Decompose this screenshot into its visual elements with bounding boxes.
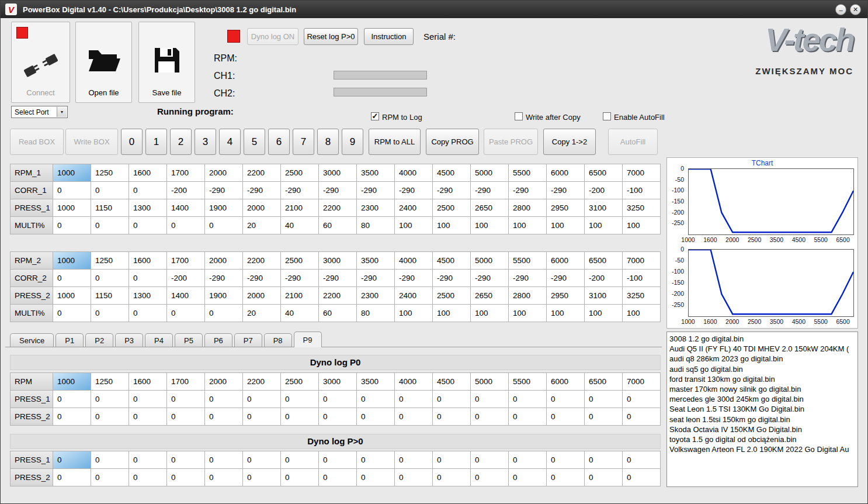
table-cell[interactable]: 0 [394, 390, 433, 408]
table-cell[interactable]: -290 [356, 269, 395, 287]
table-cell[interactable]: -290 [432, 269, 471, 287]
table-cell[interactable]: -200 [166, 181, 205, 199]
table-cell[interactable]: -290 [356, 181, 395, 199]
table-cell[interactable]: -290 [242, 181, 281, 199]
tab-p4[interactable]: P4 [145, 333, 173, 347]
table-cell[interactable]: 0 [584, 468, 623, 486]
table-cell[interactable]: 0 [508, 390, 547, 408]
table-cell[interactable]: 100 [470, 216, 509, 234]
table-cell[interactable]: 2200 [318, 286, 357, 305]
table-cell[interactable]: 100 [432, 304, 471, 322]
tab-p2[interactable]: P2 [85, 333, 113, 347]
table-cell[interactable]: 1300 [129, 199, 167, 217]
table-cell[interactable]: 0 [166, 304, 205, 322]
table-cell[interactable]: 1000 [53, 286, 91, 305]
reset-log-button[interactable]: Reset log P>0 [304, 28, 358, 45]
table-cell[interactable]: 0 [470, 408, 509, 426]
table-cell[interactable]: 0 [91, 451, 129, 469]
table-cell[interactable]: 6500 [584, 251, 623, 270]
table-cell[interactable]: -100 [622, 181, 661, 199]
table-cell[interactable]: -290 [318, 181, 357, 199]
close-icon[interactable]: ✕ [850, 4, 861, 15]
write-after-copy-checkbox[interactable] [515, 112, 523, 120]
table-cell[interactable]: 5000 [470, 251, 509, 270]
table-cell[interactable]: 1250 [91, 372, 129, 391]
table-cell[interactable]: 20 [242, 216, 281, 234]
table-cell[interactable]: 0 [242, 468, 281, 486]
table-cell[interactable]: 1400 [166, 199, 205, 217]
table-cell[interactable]: 0 [166, 451, 205, 469]
table-cell[interactable]: 0 [356, 451, 395, 469]
table-cell[interactable]: 2000 [204, 251, 243, 270]
table-cell[interactable]: -290 [204, 269, 243, 287]
table-cell[interactable]: 1600 [129, 251, 167, 270]
table-cell[interactable]: 0 [470, 451, 509, 469]
file-list-item[interactable]: 3008 1.2 go digital.bin [669, 334, 857, 344]
table-cell[interactable]: 0 [394, 451, 433, 469]
table-cell[interactable]: 100 [394, 304, 433, 322]
table-cell[interactable]: -290 [394, 181, 433, 199]
connect-button[interactable]: Connect [11, 22, 70, 103]
table-cell[interactable]: 0 [129, 269, 167, 287]
table-cell[interactable]: 0 [53, 181, 91, 199]
table-cell[interactable]: 0 [166, 390, 205, 408]
table-cell[interactable]: 4000 [394, 164, 433, 182]
table-cell[interactable]: 2950 [546, 199, 585, 217]
digit-button-4[interactable]: 4 [219, 129, 241, 155]
table-cell[interactable]: 5500 [508, 164, 547, 182]
table-cell[interactable]: 3500 [356, 251, 395, 270]
file-list-item[interactable]: audi q8 286km 2023 go digital.bin [669, 354, 857, 364]
digit-button-2[interactable]: 2 [170, 129, 192, 155]
table-cell[interactable]: 0 [53, 390, 91, 408]
table-cell[interactable]: 0 [53, 468, 91, 486]
file-list[interactable]: 3008 1.2 go digital.binAudi Q5 II (FY FL… [666, 332, 858, 487]
digit-button-6[interactable]: 6 [268, 129, 290, 155]
table-cell[interactable]: 0 [508, 468, 547, 486]
table-cell[interactable]: -200 [584, 181, 623, 199]
table-cell[interactable]: 2950 [546, 286, 585, 305]
table-cell[interactable]: 5500 [508, 251, 547, 270]
table-cell[interactable]: 0 [584, 451, 623, 469]
table-cell[interactable]: -290 [470, 181, 509, 199]
table-cell[interactable]: 4500 [432, 372, 471, 391]
file-list-item[interactable]: ford transit 130km go digital.bin [669, 374, 857, 384]
table-cell[interactable]: 2000 [242, 199, 281, 217]
table-cell[interactable]: 6000 [546, 164, 585, 182]
table-cell[interactable]: 2400 [394, 286, 433, 305]
table-cell[interactable]: 2650 [470, 199, 509, 217]
table-cell[interactable]: 0 [53, 408, 91, 426]
table-cell[interactable]: 20 [242, 304, 281, 322]
tab-p9[interactable]: P9 [294, 332, 322, 347]
table-cell[interactable]: -290 [432, 181, 471, 199]
table-cell[interactable]: 0 [204, 408, 243, 426]
table-cell[interactable]: 3000 [318, 164, 357, 182]
table-cell[interactable]: 0 [91, 216, 129, 234]
digit-button-5[interactable]: 5 [244, 129, 265, 155]
tab-p8[interactable]: P8 [264, 333, 292, 347]
table-cell[interactable]: 2000 [242, 286, 281, 305]
table-cell[interactable]: -290 [318, 269, 357, 287]
table-cell[interactable]: 0 [166, 216, 205, 234]
enable-autofill-checkbox[interactable] [603, 112, 611, 120]
file-list-item[interactable]: seat leon 1.5tsi 150km go digital.bin [669, 415, 857, 424]
table-cell[interactable]: 0 [394, 408, 433, 426]
file-list-item[interactable]: Audi Q5 II (FY FL) 40 TDI MHEV 2.0 150kW… [669, 344, 857, 354]
table-cell[interactable]: 2300 [356, 199, 395, 217]
table-cell[interactable]: -290 [546, 181, 585, 199]
table-cell[interactable]: -290 [280, 269, 319, 287]
table-cell[interactable]: 0 [318, 408, 357, 426]
table-cell[interactable]: 0 [204, 451, 243, 469]
table-cell[interactable]: 6000 [546, 251, 585, 270]
table-cell[interactable]: 1600 [129, 164, 167, 182]
digit-button-3[interactable]: 3 [195, 129, 216, 155]
instruction-button[interactable]: Instruction [364, 28, 414, 45]
tab-p3[interactable]: P3 [115, 333, 143, 347]
table-cell[interactable]: 2200 [242, 251, 281, 270]
tab-service[interactable]: Service [10, 333, 54, 347]
table-cell[interactable]: 1000 [53, 372, 91, 391]
table-cell[interactable]: 60 [318, 304, 357, 322]
table-cell[interactable]: 3100 [584, 199, 623, 217]
table-cell[interactable]: 0 [280, 390, 319, 408]
table-cell[interactable]: 1900 [204, 286, 243, 305]
tab-p6[interactable]: P6 [204, 333, 232, 347]
